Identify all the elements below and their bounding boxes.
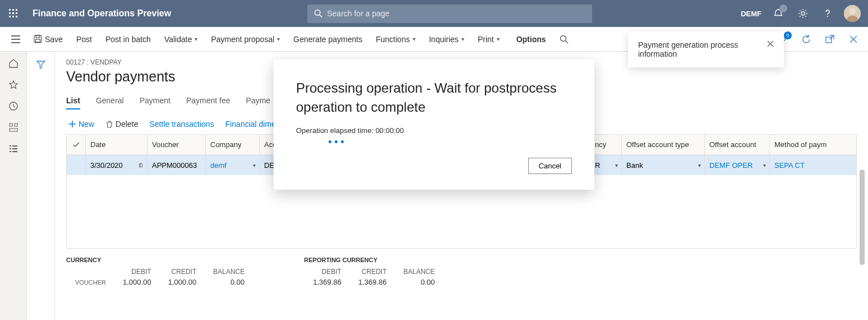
- offset-type-value: Bank: [626, 161, 643, 170]
- col-balance: BALANCE: [395, 268, 442, 276]
- calendar-icon[interactable]: 🗓: [138, 162, 144, 168]
- cell-currency[interactable]: R▾: [590, 155, 622, 175]
- reporting-balance: 0.00: [395, 277, 442, 287]
- currency-credit: 1,000.00: [160, 277, 205, 287]
- print-button[interactable]: Print▾: [471, 27, 506, 52]
- delete-label: Delete: [116, 120, 138, 129]
- refresh-button[interactable]: [796, 29, 816, 49]
- home-icon: [8, 58, 19, 68]
- post-button[interactable]: Post: [70, 27, 99, 52]
- col-date[interactable]: Date: [86, 135, 147, 154]
- close-button[interactable]: [843, 29, 864, 49]
- nav-toggle[interactable]: [4, 35, 27, 43]
- filter-toggle[interactable]: [36, 60, 46, 320]
- hamburger-icon: [11, 35, 20, 43]
- cell-offset-type[interactable]: Bank▾: [622, 155, 705, 175]
- col-company[interactable]: Company: [206, 135, 260, 154]
- plus-icon: [68, 120, 76, 128]
- chevron-down-icon[interactable]: ▾: [615, 162, 618, 168]
- totals-area: CURRENCY DEBITCREDITBALANCE VOUCHER1,000…: [66, 257, 857, 289]
- company-value: demf: [210, 161, 227, 170]
- payment-proposal-button[interactable]: Payment proposal▾: [204, 27, 287, 52]
- cancel-button[interactable]: Cancel: [528, 158, 572, 174]
- new-button[interactable]: New: [68, 120, 94, 129]
- notifications-button[interactable]: [767, 0, 789, 27]
- svg-rect-5: [16, 12, 17, 14]
- inquiries-button[interactable]: Inquiries▾: [422, 27, 471, 52]
- select-all[interactable]: [67, 135, 86, 154]
- help-button[interactable]: [816, 0, 839, 27]
- svg-rect-20: [36, 35, 40, 38]
- options-button[interactable]: Options: [510, 27, 553, 52]
- col-currency[interactable]: ncy: [590, 135, 622, 154]
- app-launcher-icon[interactable]: [0, 0, 27, 27]
- svg-point-9: [315, 10, 320, 16]
- global-search[interactable]: [307, 4, 592, 23]
- tab-list[interactable]: List: [66, 93, 80, 109]
- legal-entity[interactable]: DEMF: [741, 10, 761, 18]
- tab-general[interactable]: General: [96, 93, 124, 109]
- left-rail: [0, 52, 27, 320]
- col-method[interactable]: Method of paym: [770, 135, 827, 154]
- svg-rect-8: [16, 16, 17, 17]
- options-label: Options: [516, 35, 546, 44]
- reporting-credit: 1,369.86: [350, 277, 395, 287]
- search-input[interactable]: [327, 9, 585, 18]
- close-icon: [849, 35, 857, 43]
- cell-offset-account[interactable]: DEMF OPER▾: [705, 155, 770, 175]
- attachment-count: 0: [784, 31, 792, 39]
- col-debit: DEBIT: [305, 268, 349, 276]
- settings-button[interactable]: [792, 0, 814, 27]
- col-credit: CREDIT: [350, 268, 395, 276]
- tab-payment-fee[interactable]: Payment fee: [186, 93, 230, 109]
- cell-method[interactable]: SEPA CT: [770, 155, 827, 175]
- action-search-button[interactable]: [560, 35, 569, 44]
- chevron-down-icon[interactable]: ▾: [698, 162, 701, 168]
- notification-message: Payment generation process information: [638, 40, 767, 58]
- clock-icon: [8, 101, 19, 111]
- svg-point-11: [801, 12, 805, 15]
- rail-modules[interactable]: [8, 144, 19, 154]
- rail-favorites[interactable]: [8, 80, 19, 90]
- chevron-down-icon: ▾: [277, 36, 280, 42]
- chevron-down-icon[interactable]: ▾: [763, 162, 766, 168]
- rail-workspaces[interactable]: [8, 122, 19, 132]
- cell-voucher[interactable]: APPM000063: [147, 155, 206, 175]
- tab-payment-extra[interactable]: Payme: [246, 93, 271, 109]
- financial-dimensions-button[interactable]: Financial dime: [225, 120, 276, 129]
- cell-company[interactable]: demf▾: [206, 155, 260, 175]
- tab-payment[interactable]: Payment: [140, 93, 170, 109]
- svg-rect-24: [826, 37, 832, 43]
- post-batch-button[interactable]: Post in batch: [99, 27, 158, 52]
- rail-recent[interactable]: [8, 101, 19, 111]
- col-offset-type[interactable]: Offset account type: [622, 135, 705, 154]
- notification-close[interactable]: [767, 40, 774, 58]
- elapsed-time: Operation elapsed time: 00:00:00: [296, 126, 572, 135]
- col-voucher[interactable]: Voucher: [147, 135, 206, 154]
- grid-icon: [8, 122, 19, 132]
- chevron-down-icon: ▾: [461, 36, 464, 42]
- rail-home[interactable]: [8, 58, 19, 68]
- chevron-down-icon: ▾: [413, 36, 415, 42]
- elapsed-value: 00:00:00: [376, 126, 404, 135]
- vertical-scrollbar[interactable]: [860, 170, 865, 265]
- svg-rect-0: [9, 9, 11, 11]
- currency-debit: 1,000.00: [115, 277, 159, 287]
- settle-transactions-button[interactable]: Settle transactions: [149, 120, 214, 129]
- row-selector[interactable]: [67, 155, 86, 175]
- delete-button[interactable]: Delete: [105, 120, 138, 129]
- validate-button[interactable]: Validate▾: [158, 27, 205, 52]
- save-button[interactable]: Save: [27, 27, 70, 52]
- chevron-down-icon: ▾: [195, 36, 197, 42]
- generate-payments-button[interactable]: Generate payments: [287, 27, 369, 52]
- functions-button[interactable]: Functions▾: [369, 27, 422, 52]
- popout-button[interactable]: [820, 29, 840, 49]
- offset-account-value: DEMF OPER: [709, 161, 752, 170]
- user-avatar[interactable]: [841, 0, 864, 27]
- reporting-totals-table: DEBITCREDITBALANCE 1,369.861,369.860.00: [304, 267, 444, 289]
- save-label: Save: [45, 35, 63, 44]
- cell-date[interactable]: 3/30/2020🗓: [86, 155, 147, 175]
- chevron-down-icon[interactable]: ▾: [253, 162, 256, 168]
- row-voucher-label: VOUCHER: [67, 277, 114, 287]
- col-offset-account[interactable]: Offset account: [705, 135, 770, 154]
